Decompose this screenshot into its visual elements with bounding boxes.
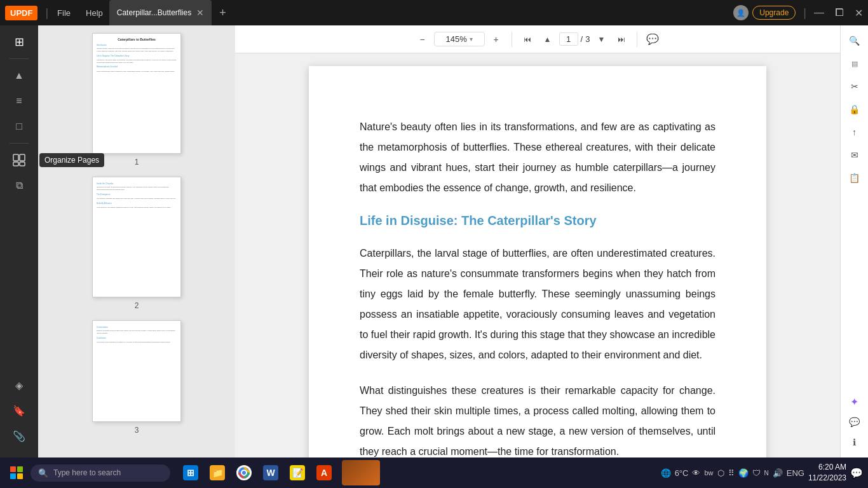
bwf-icon: bw <box>704 469 713 477</box>
taskbar-file-explorer[interactable]: 📁 <box>205 460 230 485</box>
taskbar-system-icons: 🌐 6°C 👁 bw ⬡ ⠿ 🌍 🛡 N 🔊 ENG <box>661 468 804 478</box>
thumbnail-item-3[interactable]: Conservation Butterfly populations face … <box>43 320 230 435</box>
zoom-out-btn[interactable]: − <box>414 30 431 48</box>
temp-display: 6°C <box>675 468 689 478</box>
pdf-page: Nature's beauty often lies in its transf… <box>309 66 766 458</box>
ocr-icon[interactable]: ▤ <box>843 53 866 74</box>
svg-rect-0 <box>13 154 18 161</box>
svg-rect-2 <box>13 162 18 166</box>
thumbnail-frame-2[interactable]: Inside the Chrysalis Inside the chrysali… <box>92 177 181 297</box>
notification-btn[interactable]: 💬 <box>850 461 863 484</box>
page-separator: / <box>581 34 583 44</box>
close-btn[interactable]: ✕ <box>850 4 868 22</box>
thumbnail-panel: Caterpillars to Butterflies Introduction… <box>38 25 235 458</box>
menu-bar: File Help <box>51 6 109 20</box>
sep2: | <box>803 6 806 20</box>
maximize-btn[interactable]: ⧠ <box>829 4 850 21</box>
toolbar: − 145% ▾ + ⏮ ▲ 1 / 3 ▼ ⏭ 💬 <box>235 25 840 53</box>
page-display: 1 / 3 <box>559 32 590 46</box>
notification-icon: 💬 <box>850 467 863 479</box>
taskbar-apps: ⊞ 📁 W 📝 A <box>178 460 337 485</box>
sidebar-bottom: ◈ 🔖 📎 <box>5 374 33 452</box>
zoom-dropdown-icon[interactable]: ▾ <box>470 36 473 43</box>
acrobat-icon: A <box>316 465 332 480</box>
email-icon[interactable]: ✉ <box>843 145 866 165</box>
svg-point-6 <box>242 471 246 475</box>
thumbnail-frame-1[interactable]: Caterpillars to Butterflies Introduction… <box>92 33 181 154</box>
next-page-btn[interactable]: ▼ <box>592 30 610 48</box>
right-bottom: ✦ 💬 ℹ <box>843 391 866 452</box>
taskbar-search[interactable]: 🔍 Type here to search <box>31 464 170 482</box>
ai-icon[interactable]: ✦ <box>843 391 866 412</box>
sidebar-page-icon[interactable]: □ <box>5 115 33 138</box>
sidebar-edit-icon[interactable]: ≡ <box>5 90 33 112</box>
crop-icon[interactable]: ✂ <box>843 76 866 97</box>
right-sidebar: 🔍 ▤ ✂ 🔒 ↑ ✉ 📋 ✦ 💬 ℹ <box>840 25 868 458</box>
menu-help[interactable]: Help <box>79 6 109 20</box>
sidebar-bookmark-icon[interactable]: 🔖 <box>5 399 33 422</box>
menu-file[interactable]: File <box>51 6 77 20</box>
chat-icon[interactable]: 💬 <box>843 412 866 432</box>
sidebar-grid-icon[interactable]: ⊞ <box>5 30 33 53</box>
volume-icon[interactable]: 🔊 <box>773 468 783 478</box>
upgrade-button[interactable]: Upgrade <box>752 6 796 20</box>
zoom-in-btn[interactable]: + <box>487 30 505 48</box>
section1-heading: Life in Disguise: The Caterpillar's Stor… <box>360 214 715 228</box>
taskbar-word[interactable]: W <box>258 460 283 485</box>
thumbnail-label-2: 2 <box>135 301 139 310</box>
first-page-btn[interactable]: ⏮ <box>519 30 536 48</box>
thumbnail-frame-3[interactable]: Conservation Butterfly populations face … <box>92 320 181 422</box>
total-pages: 3 <box>585 34 590 44</box>
section1-para1: Caterpillars, the larval stage of butter… <box>360 243 715 365</box>
thumbnail-item-1[interactable]: Caterpillars to Butterflies Introduction… <box>43 33 230 166</box>
search-doc-icon[interactable]: 🔍 <box>843 30 866 51</box>
sidebar-divider-1 <box>10 58 29 59</box>
start-button[interactable] <box>5 461 28 484</box>
clock-time: 6:20 AM <box>808 462 846 473</box>
shield-icon: 🛡 <box>752 468 761 478</box>
taskbar-sticky-notes[interactable]: 📝 <box>285 460 310 485</box>
sidebar-stamp-icon[interactable]: ▲ <box>5 64 33 87</box>
globe-icon: 🌍 <box>738 468 749 478</box>
new-tab-btn[interactable]: + <box>215 5 230 21</box>
taskbar-task-view[interactable]: ⊞ <box>178 460 203 485</box>
nvidia-icon: N <box>764 470 769 477</box>
task-view-icon: ⊞ <box>183 465 198 480</box>
thumbnail-item-2[interactable]: Inside the Chrysalis Inside the chrysali… <box>43 177 230 310</box>
minimize-btn[interactable]: — <box>809 4 829 21</box>
thumbnail-label-3: 3 <box>135 426 139 435</box>
app-logo[interactable]: UPDF <box>5 6 37 20</box>
lock-icon[interactable]: 🔒 <box>843 99 866 119</box>
word-icon: W <box>263 465 278 480</box>
zoom-display: 145% ▾ <box>434 32 485 46</box>
taskbar-clock[interactable]: 6:20 AM 11/22/2023 <box>808 462 846 484</box>
clock-date: 11/22/2023 <box>808 473 846 484</box>
taskbar-acrobat[interactable]: A <box>311 460 337 485</box>
comment-btn[interactable]: 💬 <box>644 30 661 48</box>
taskbar-chrome[interactable] <box>231 460 257 485</box>
share-icon[interactable]: ↑ <box>843 122 866 142</box>
tab-caterpillar[interactable]: Caterpillar...Butterflies ✕ <box>109 0 212 25</box>
titlebar-separator: | <box>45 6 48 20</box>
last-page-btn[interactable]: ⏭ <box>613 30 630 48</box>
prev-page-btn[interactable]: ▲ <box>539 30 557 48</box>
taskbar-preview-thumbnail[interactable] <box>342 460 380 485</box>
organize-pages-icon[interactable]: Organize Pages <box>5 149 33 172</box>
sidebar-copy-icon[interactable]: ⧉ <box>5 174 33 197</box>
content-area: − 145% ▾ + ⏮ ▲ 1 / 3 ▼ ⏭ 💬 Nature's beau… <box>235 25 840 458</box>
tab-close-btn[interactable]: ✕ <box>196 8 204 18</box>
tab-area: Caterpillar...Butterflies ✕ + <box>109 0 734 25</box>
sidebar-attachment-icon[interactable]: 📎 <box>5 424 33 447</box>
intro-paragraph: Nature's beauty often lies in its transf… <box>360 117 715 198</box>
pdf-viewport[interactable]: Nature's beauty often lies in its transf… <box>235 53 840 458</box>
win-logo-y <box>17 473 23 479</box>
sidebar-divider-2 <box>10 143 29 144</box>
info-icon[interactable]: ℹ <box>843 432 866 452</box>
toolbar-sep-2 <box>637 32 637 47</box>
current-page-input[interactable]: 1 <box>559 32 578 46</box>
notes-icon[interactable]: 📋 <box>843 168 866 188</box>
main-area: ⊞ ▲ ≡ □ Organize Pages ⧉ ◈ 🔖 📎 Caterp <box>0 25 868 458</box>
svg-rect-1 <box>20 154 25 161</box>
sidebar-layers-icon[interactable]: ◈ <box>5 374 33 396</box>
taskbar-search-icon: 🔍 <box>38 468 48 478</box>
